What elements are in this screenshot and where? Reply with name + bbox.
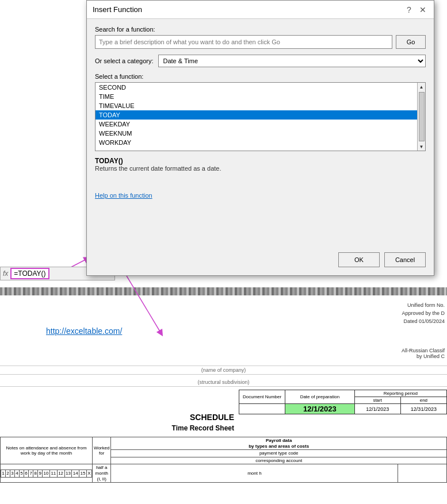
period-start-value: 12/1/2023 [354,404,400,414]
go-button[interactable]: Go [396,35,426,49]
category-row: Or select a category: Date & Time [95,55,426,67]
help-link[interactable]: Help on this function [95,192,152,199]
right-side-text: Unified form No. Approved by the D Dated… [402,301,445,325]
function-list-scrollbar[interactable]: ▲ ▼ [417,83,425,151]
half-month-cell: half a month(I, II) [93,464,111,483]
function-list-item-time[interactable]: TIME [95,92,417,101]
corresponding-account-row: corresponding account [111,457,447,464]
all-russian-text: All-Russian Classif by Unified C [402,348,445,359]
bottom-table: Notes on attendance and absence from wor… [0,437,447,483]
dialog-footer: OK Cancel [338,252,426,267]
function-list[interactable]: SECONDTIMETIMEVALUETODAYWEEKDAYWEEKNUMWO… [95,82,426,151]
dialog-titlebar: Insert Function ? ✕ [87,1,434,19]
scroll-down-arrow[interactable]: ▼ [418,143,426,151]
company-name-row: (name of company) [0,366,447,375]
dialog-close-button[interactable]: ✕ [418,5,428,15]
worked-for-col-header: Worked for [93,437,111,464]
cancel-button[interactable]: Cancel [384,252,426,267]
period-start-header: start [354,397,400,404]
payroll-data-header: Payroll databy types and areas of costs [111,437,447,450]
date-of-preparation-value: 12/1/2023 [285,404,354,414]
time-record-title: Time Record Sheet [0,424,239,432]
function-list-item-weekday[interactable]: WEEKDAY [95,120,417,129]
day-numbers-row: 1 2 3 4 5 6 7 8 9 10 11 12 13 14 [1,464,93,483]
schedule-title: SCHEDULE [0,413,239,422]
search-input[interactable] [95,35,392,49]
category-label: Or select a category: [95,57,154,64]
scroll-up-arrow[interactable]: ▲ [418,83,426,91]
doc-number-header: Document Number [239,390,285,404]
structural-subdivision-row: (structural subdivision) [0,378,447,387]
search-row: Go [95,35,426,49]
function-list-label: Select a function: [95,73,426,80]
payment-type-code-row: payment type code [111,450,447,457]
ok-button[interactable]: OK [338,252,380,267]
dialog-body: Search for a function: Go Or select a ca… [87,19,434,206]
attendance-col-header: Notes on attendance and absence from wor… [1,437,93,464]
selection-marching-ants [0,287,447,295]
bottom-table-area: Notes on attendance and absence from wor… [0,437,447,504]
function-list-item-second[interactable]: SECOND [95,83,417,92]
doc-date-header: Date of preparation [285,390,354,404]
function-list-item-weeknum[interactable]: WEEKNUM [95,129,417,138]
doc-number-value [239,404,285,414]
insert-function-dialog: Insert Function ? ✕ Search for a functio… [86,0,434,276]
document-table: Document Number Date of preparation Repo… [239,390,447,414]
period-end-header: end [400,397,446,404]
reporting-period-header: Reporting period [354,390,446,397]
function-description-text: Returns the current date formatted as a … [95,165,426,172]
function-description-area: TODAY() Returns the current date formatt… [95,157,426,186]
formula-value: =TODAY() [10,268,49,279]
dialog-title: Insert Function [93,5,142,14]
url-link[interactable]: http://exceltable.com/ [46,326,122,336]
dialog-controls: ? ✕ [404,5,428,15]
period-end-value: 12/31/2023 [400,404,446,414]
category-select[interactable]: Date & Time [158,55,426,67]
function-list-item-timevalue[interactable]: TIMEVALUE [95,101,417,110]
function-list-item-today[interactable]: TODAY [95,110,417,120]
month-cell: mont h [111,464,398,483]
document-table-area: Document Number Date of preparation Repo… [239,390,447,414]
function-list-item-workday[interactable]: WORKDAY [95,138,417,147]
dialog-help-button[interactable]: ? [404,5,414,15]
search-label: Search for a function: [95,26,426,33]
function-name-display: TODAY() [95,157,426,165]
fx-label: fx [3,270,8,278]
scroll-thumb[interactable] [419,92,425,141]
